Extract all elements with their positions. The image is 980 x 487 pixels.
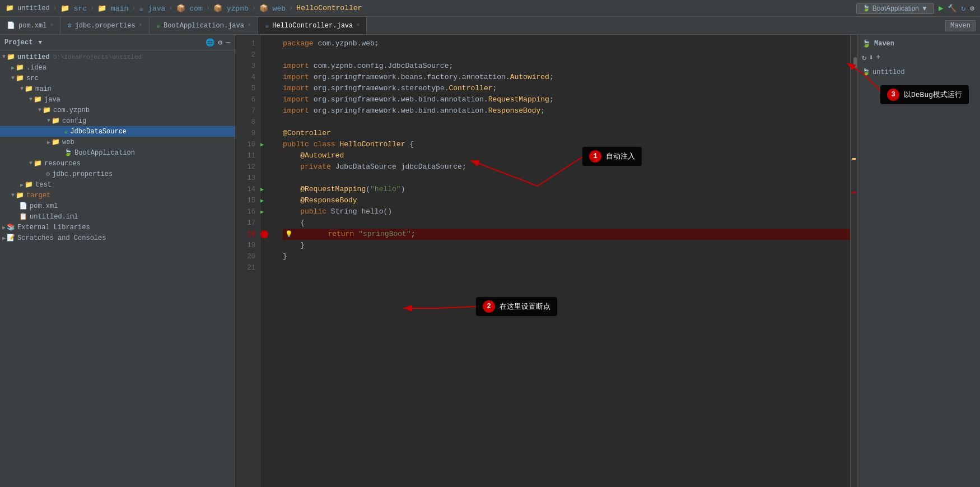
gutter-3 [260,61,274,72]
tab-boot-icon: ☕ [156,21,160,30]
tree-item-jdbc-props[interactable]: ⚙ jdbc.properties [0,169,235,179]
tab-pom-xml[interactable]: 📄 pom.xml × [0,17,60,34]
callout-3-num: 3 [887,89,899,101]
code-line-7: import org.springframework.web.bind.anno… [283,105,850,117]
run-gutter-icon-15[interactable]: ▶ [260,197,264,204]
tree-item-web[interactable]: ▶ 📁 web [0,137,235,147]
gutter-21 [260,262,274,273]
scrollbar-error [852,192,856,193]
code-content[interactable]: package com.yzpnb.web; import com.yzpnb.… [274,35,850,487]
maven-add-btn[interactable]: + [876,53,880,62]
run-gutter-icon-16[interactable]: ▶ [260,208,264,215]
sidebar-dropdown[interactable]: ▼ [38,39,42,46]
breakpoint-dot[interactable] [260,230,268,238]
tab-ctrl-close[interactable]: × [356,22,360,29]
ln-5: 5 [235,83,255,94]
tree-label-main: main [35,85,52,93]
run-config-button[interactable]: 🍃 BootApplication ▼ [856,3,934,14]
update-icon[interactable]: ↻ [961,4,965,13]
tree-item-untitled[interactable]: ▼ 📁 untitled D:\IdeaProjects\untitled [0,52,235,62]
folder-icon-config: 📁 [52,117,60,125]
tree-path-untitled: D:\IdeaProjects\untitled [53,54,142,61]
sidebar-globe-icon[interactable]: 🌐 [206,38,214,47]
tab-pom-xml-close[interactable]: × [50,22,53,29]
tree-item-idea[interactable]: ▶ 📁 .idea [0,62,235,73]
kw-private-12: private [283,161,331,173]
tree-item-scratches[interactable]: ▶ 📝 Scratches and Consoles [0,233,235,243]
tab-hellocontroller[interactable]: ☕ HelloController.java × [258,17,367,34]
folder-icon-com: 📁 [43,106,51,114]
gutter-15: ▶ [260,195,274,206]
breadcrumb-untitled[interactable]: untitled [17,4,50,12]
tree-arrow-idea: ▶ [11,64,15,71]
code-line-9: @Controller [283,128,850,139]
tab-ctrl-label: HelloController.java [272,22,353,30]
code-line-5: import org.springframework.stereotype.Co… [283,83,850,94]
code-line-21 [283,262,850,273]
code-line-19: } [283,240,850,251]
props-file-icon: ⚙ [46,170,50,178]
maven-header-label: Maven [874,40,894,48]
tree-label-src: src [26,75,39,82]
breadcrumb-src: 📁 src [60,4,87,13]
tree-item-main[interactable]: ▼ 📁 main [0,84,235,94]
maven-header-icon: 🍃 [862,39,871,48]
ln-19: 19 [235,240,255,251]
maven-download-btn[interactable]: ⬇ [869,53,873,62]
tree-item-com-yzpnb[interactable]: ▼ 📁 com.yzpnb [0,105,235,115]
sidebar-gear-icon[interactable]: ⚙ [218,38,222,47]
ln-13: 13 [235,173,255,184]
code-line-17: { [283,217,850,229]
breadcrumb-file: HelloController [296,4,362,12]
tree-label-ext-libs: External Libraries [17,224,90,231]
maven-project-item[interactable]: 🍃 untitled [862,67,976,77]
callout-3-text: 以DeBug模式运行 [904,90,962,100]
tree-item-resources[interactable]: ▼ 📁 resources [0,158,235,169]
folder-icon-resources: 📁 [34,159,42,168]
tree-item-bootapp[interactable]: 🍃 BootApplication [0,147,235,158]
tree-item-iml[interactable]: 📋 untitled.iml [0,211,235,222]
breadcrumb-java: ☕ java [139,4,165,13]
tab-jdbc-props[interactable]: ⚙ jdbc.properties × [60,17,149,34]
tree-item-config[interactable]: ▼ 📁 config [0,115,235,126]
ln-20: 20 [235,251,255,262]
tree-item-target[interactable]: ▼ 📁 target [0,190,235,201]
tree-item-java[interactable]: ▼ 📁 java [0,94,235,105]
window-icon: 📁 [6,4,14,12]
breadcrumb-com: 📦 com [176,4,203,13]
import-5b: ; [492,83,497,94]
code-line-3: import com.yzpnb.config.JdbcDataSource; [283,61,850,72]
tab-jdbc-props-close[interactable]: × [139,22,142,29]
tree-arrow-main: ▼ [20,86,24,92]
run-gutter-icon-10[interactable]: ▶ [260,141,264,148]
settings-icon[interactable]: ⚙ [970,4,974,13]
code-line-12: private JdbcDataSource jdbcDataSource; [283,161,850,173]
tree-item-test[interactable]: ▶ 📁 test [0,179,235,190]
tree-item-src[interactable]: ▼ 📁 src [0,73,235,84]
editor-scrollbar[interactable] [850,35,857,487]
lib-icon: 📚 [7,223,15,231]
tree-label-idea: .idea [26,64,46,72]
import-6b: ; [549,94,554,105]
maven-tab-button[interactable]: Maven [945,20,976,31]
maven-header: 🍃 Maven [862,39,976,48]
build-icon[interactable]: 🔨 [948,4,956,13]
folder-icon-idea: 📁 [16,63,24,72]
import-3: com.yzpnb.config.JdbcDataSource; [314,61,454,72]
ann-reqmap: @RequestMapping [283,184,366,195]
ln-10: 10 [235,139,255,150]
maven-refresh-btn[interactable]: ↻ [862,53,866,62]
tree-item-jdbcdatasource[interactable]: ☕ JdbcDataSource [0,126,235,137]
tab-boot-close[interactable]: × [248,22,251,29]
run-button[interactable]: ▶ [939,3,943,13]
pkg-name: com.yzpnb.web; [318,38,379,49]
run-gutter-icon-14[interactable]: ▶ [260,186,264,193]
bulb-icon[interactable]: 💡 [285,231,293,238]
tree-label-com: com.yzpnb [53,106,90,114]
sidebar-collapse-icon[interactable]: — [226,38,230,47]
tree-item-pom[interactable]: 📄 pom.xml [0,201,235,211]
tree-item-external-libs[interactable]: ▶ 📚 External Libraries [0,222,235,233]
tab-bootapplication[interactable]: ☕ BootApplication.java × [150,17,258,34]
code-line-8 [283,117,850,128]
top-bar: 📁 untitled › 📁 src › 📁 main › ☕ java › 📦… [0,0,980,17]
